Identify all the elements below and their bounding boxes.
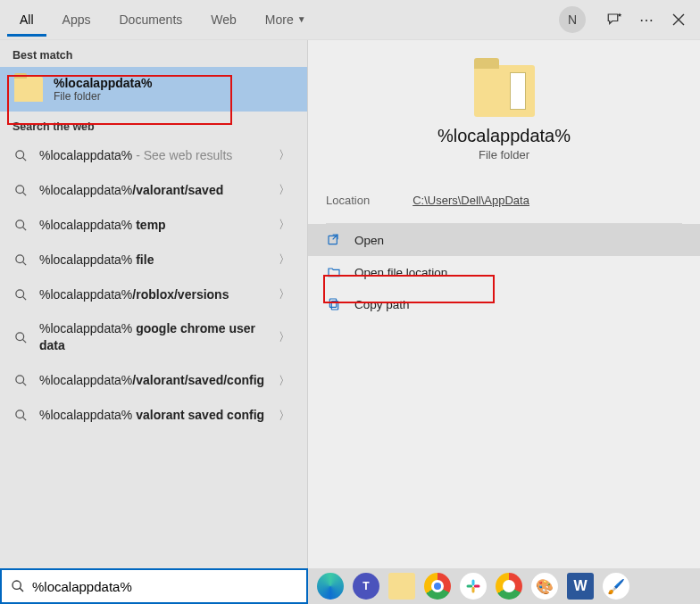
tab-more[interactable]: More ▼: [253, 4, 319, 37]
search-icon: [12, 288, 29, 302]
detail-title: %localappdata%: [326, 126, 682, 146]
detail-subtitle: File folder: [326, 148, 682, 161]
tab-more-label: More: [265, 12, 294, 27]
svg-point-7: [15, 410, 23, 418]
taskbar-paintnet-icon[interactable]: 🎨: [531, 573, 558, 600]
chevron-right-icon: 〉: [279, 182, 295, 198]
taskbar-explorer-icon[interactable]: [388, 573, 415, 600]
user-avatar[interactable]: N: [559, 6, 586, 33]
web-results-list: %localappdata% - See web results〉%locala…: [0, 138, 307, 604]
detail-panel: %localappdata% File folder Location C:\U…: [308, 40, 700, 604]
taskbar-teams-icon[interactable]: T: [353, 573, 379, 600]
tab-apps[interactable]: Apps: [50, 4, 104, 37]
results-panel: Best match %localappdata% File folder Se…: [0, 40, 308, 604]
svg-point-3: [15, 254, 23, 262]
chevron-right-icon: 〉: [279, 147, 295, 163]
web-result-row[interactable]: %localappdata% temp〉: [0, 208, 307, 243]
tabs-bar: All Apps Documents Web More ▼ N ⋯: [0, 0, 700, 39]
web-result-text: %localappdata% temp: [39, 217, 268, 234]
svg-rect-13: [467, 585, 473, 588]
web-result-row[interactable]: %localappdata%/roblox/versions〉: [0, 277, 307, 312]
search-icon: [12, 409, 29, 422]
taskbar-paint-icon[interactable]: 🖌️: [603, 573, 629, 600]
taskbar-chrome-icon[interactable]: [424, 573, 451, 600]
tab-documents[interactable]: Documents: [106, 4, 195, 37]
web-result-text: %localappdata% - See web results: [39, 147, 268, 164]
web-result-row[interactable]: %localappdata% google chrome user data〉: [0, 311, 307, 363]
folder-location-icon: [326, 265, 342, 279]
action-open-location[interactable]: Open file location: [308, 256, 700, 288]
search-icon: [12, 219, 29, 232]
feedback-icon[interactable]: [600, 12, 629, 28]
svg-rect-10: [331, 302, 338, 310]
svg-point-6: [15, 376, 23, 384]
web-result-row[interactable]: %localappdata% valorant saved config〉: [0, 398, 307, 433]
svg-point-1: [15, 186, 23, 194]
open-icon: [326, 233, 342, 247]
chevron-right-icon: 〉: [279, 217, 295, 233]
location-label: Location: [326, 194, 370, 207]
taskbar-slack-icon[interactable]: [460, 573, 487, 600]
web-result-row[interactable]: %localappdata% file〉: [0, 243, 307, 277]
action-copy-path-label: Copy path: [354, 298, 410, 311]
web-result-row[interactable]: %localappdata%/valorant/saved/config〉: [0, 363, 307, 398]
action-open-location-label: Open file location: [354, 266, 447, 279]
chevron-down-icon: ▼: [297, 14, 306, 24]
search-icon: [11, 579, 25, 593]
search-input[interactable]: [32, 579, 297, 594]
web-result-text: %localappdata% valorant saved config: [39, 407, 268, 424]
search-icon: [12, 374, 29, 387]
svg-point-4: [15, 289, 23, 297]
svg-rect-15: [474, 585, 480, 588]
svg-rect-12: [472, 580, 475, 586]
web-result-text: %localappdata%/roblox/versions: [39, 286, 268, 303]
web-result-row[interactable]: %localappdata%/valorant/saved〉: [0, 173, 307, 208]
web-result-text: %localappdata%/valorant/saved: [39, 182, 268, 199]
search-icon: [12, 184, 29, 197]
action-open[interactable]: Open: [308, 224, 700, 256]
search-bar[interactable]: [0, 568, 308, 604]
more-options-icon[interactable]: ⋯: [632, 12, 661, 29]
tab-web[interactable]: Web: [198, 4, 249, 37]
chevron-right-icon: 〉: [279, 373, 295, 389]
copy-icon: [326, 297, 342, 311]
svg-point-5: [15, 333, 23, 341]
chevron-right-icon: 〉: [279, 408, 295, 424]
action-copy-path[interactable]: Copy path: [308, 288, 700, 320]
action-open-label: Open: [354, 234, 384, 247]
taskbar: T 🎨 W 🖌️: [308, 568, 700, 604]
best-match-label: Best match: [0, 40, 307, 67]
folder-icon: [14, 77, 43, 102]
svg-point-0: [15, 151, 23, 159]
search-web-label: Search the web: [0, 112, 307, 138]
search-icon: [12, 253, 29, 267]
best-match-title: %localappdata%: [54, 76, 152, 90]
web-result-text: %localappdata% file: [39, 252, 268, 269]
svg-rect-14: [472, 587, 475, 593]
svg-rect-9: [329, 299, 336, 307]
web-result-text: %localappdata%/valorant/saved/config: [39, 372, 268, 389]
close-icon[interactable]: [664, 13, 693, 26]
chevron-right-icon: 〉: [279, 252, 295, 268]
tab-all[interactable]: All: [7, 4, 46, 37]
taskbar-word-icon[interactable]: W: [567, 573, 594, 600]
search-icon: [12, 331, 29, 344]
search-icon: [12, 149, 29, 162]
best-match-item[interactable]: %localappdata% File folder: [0, 67, 307, 112]
chevron-right-icon: 〉: [279, 329, 295, 345]
folder-large-icon: [474, 65, 535, 117]
web-result-text: %localappdata% google chrome user data: [39, 320, 268, 354]
best-match-subtitle: File folder: [54, 90, 152, 103]
svg-point-2: [15, 220, 23, 228]
location-path-link[interactable]: C:\Users\Dell\AppData: [412, 194, 529, 207]
web-result-row[interactable]: %localappdata% - See web results〉: [0, 138, 307, 173]
taskbar-chrome-canary-icon[interactable]: [496, 573, 522, 600]
chevron-right-icon: 〉: [279, 286, 295, 302]
taskbar-edge-icon[interactable]: [317, 573, 344, 600]
svg-point-11: [12, 581, 21, 589]
